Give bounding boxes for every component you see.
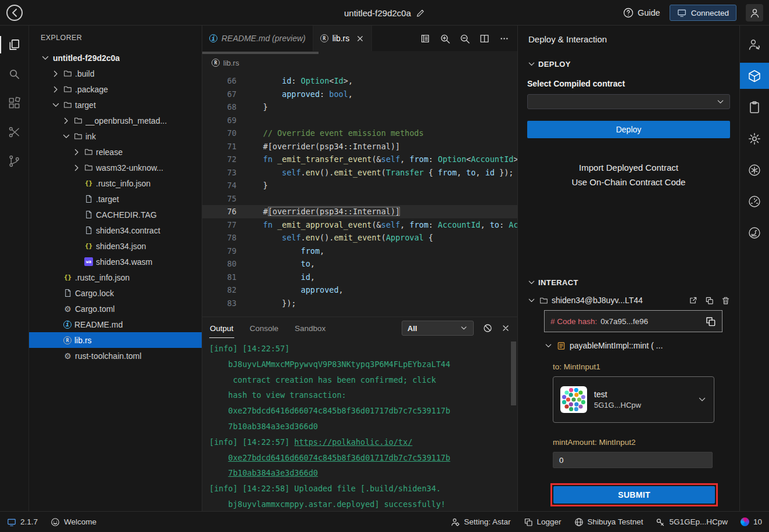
rail-clipboard-button[interactable] xyxy=(740,94,769,120)
log-text: contract creation has been confirmed; cl… xyxy=(209,375,436,384)
tree-item-rustc-info-json[interactable]: .rustc_info.json xyxy=(29,269,202,285)
code-line-66: 66 id: Option<Id>, xyxy=(202,74,517,88)
deploy-button[interactable]: Deploy xyxy=(527,121,730,138)
tree-item-build[interactable]: .build xyxy=(29,66,202,81)
activity-git-branch-button[interactable] xyxy=(0,149,29,173)
tree-item-package[interactable]: .package xyxy=(29,81,202,97)
tree-item-shiden34-json[interactable]: shiden34.json xyxy=(29,238,202,254)
breadcrumb-label: lib.rs xyxy=(223,59,239,67)
line-number: 83 xyxy=(202,297,237,310)
rename-pencil-icon[interactable] xyxy=(416,9,425,17)
log-link[interactable]: https://polkaholic.io/tx/ xyxy=(294,437,412,447)
layout-icon[interactable] xyxy=(420,34,430,44)
status-welcome[interactable]: Welcome xyxy=(51,517,96,527)
deploy-section-header[interactable]: DEPLOY xyxy=(527,57,730,71)
open-external-icon[interactable] xyxy=(689,296,698,305)
tree-item-cargo-lock[interactable]: Cargo.lock xyxy=(29,285,202,301)
code-editor[interactable]: 66 id: Option<Id>,67 approved: bool,68 }… xyxy=(202,71,517,317)
interact-section-header[interactable]: INTERACT xyxy=(527,275,730,289)
tab-readme-preview[interactable]: README.md (preview) xyxy=(202,26,313,51)
file-icon xyxy=(63,289,72,297)
tree-item-untitled-f29d2c0a[interactable]: untitled-f29d2c0a xyxy=(29,50,202,66)
output-scrollbar[interactable] xyxy=(511,342,516,405)
activity-scissors-button[interactable] xyxy=(0,120,29,144)
question-icon xyxy=(623,8,634,18)
rail-bird-button[interactable] xyxy=(740,220,769,246)
copy-icon[interactable] xyxy=(705,316,716,327)
output-tab-console[interactable]: Console xyxy=(249,318,280,338)
tree-item-rustc-info-json[interactable]: .rustc_info.json xyxy=(29,175,202,191)
connected-button[interactable]: Connected xyxy=(670,5,736,21)
tree-item-target[interactable]: .target xyxy=(29,191,202,207)
output-tab-sandbox[interactable]: Sandbox xyxy=(294,318,326,338)
tree-item-target[interactable]: target xyxy=(29,97,202,113)
tree-item-rust-toolchain-toml[interactable]: rust-toolchain.toml xyxy=(29,348,202,364)
copy-icon[interactable] xyxy=(705,296,714,305)
output-actions xyxy=(483,323,510,333)
compiled-contract-select[interactable] xyxy=(527,94,730,109)
editor-area: README.md (preview) lib.rs lib.rs 66 id:… xyxy=(202,26,517,511)
activity-extensions-button[interactable] xyxy=(0,91,29,115)
status-2-1-7[interactable]: 2.1.7 xyxy=(7,517,38,527)
editor-actions xyxy=(420,26,517,51)
guide-button[interactable]: Guide xyxy=(623,8,660,18)
output-filter-select[interactable]: All xyxy=(402,321,474,336)
tree-item-cargo-toml[interactable]: Cargo.toml xyxy=(29,301,202,317)
submit-button[interactable]: SUBMIT xyxy=(553,486,715,504)
account-avatar-button[interactable] xyxy=(746,4,763,21)
activity-search-button[interactable] xyxy=(0,62,29,86)
ai-circle-icon xyxy=(747,163,761,177)
status-shibuya-testnet[interactable]: Shibuya Testnet xyxy=(574,517,643,527)
log-line: hash to view transaction: xyxy=(209,387,517,403)
tree-item-openbrush-metad[interactable]: __openbrush_metad... xyxy=(29,113,202,128)
code-content: to, xyxy=(244,257,315,271)
breadcrumb[interactable]: lib.rs xyxy=(202,55,517,71)
tree-item-shiden34-wasm[interactable]: shiden34.wasm xyxy=(29,254,202,269)
clear-icon[interactable] xyxy=(483,323,492,333)
activity-files-button[interactable] xyxy=(0,33,29,57)
panel-title: Deploy & Interaction xyxy=(518,26,739,52)
close-icon[interactable] xyxy=(501,323,510,333)
zoom-in-icon[interactable] xyxy=(440,34,450,44)
line-number: 70 xyxy=(202,127,237,140)
tree-item-shiden34-contract[interactable]: shiden34.contract xyxy=(29,222,202,238)
tree-item-ink[interactable]: ink xyxy=(29,128,202,144)
rail-ai-circle-button[interactable] xyxy=(740,157,769,183)
import-deployed-contract-link[interactable]: Import Deployed Contract xyxy=(527,163,730,172)
tree-item-cachedir-tag[interactable]: CACHEDIR.TAG xyxy=(29,207,202,222)
chevron-right-icon xyxy=(51,69,60,78)
rail-gear-button[interactable] xyxy=(740,125,769,152)
tab-scrollbar[interactable] xyxy=(202,52,319,54)
use-onchain-code-link[interactable]: Use On-Chain Contract Code xyxy=(527,177,730,187)
tree-item-release[interactable]: release xyxy=(29,144,202,160)
chevron-right-icon xyxy=(72,148,81,157)
code-line-69: 69 xyxy=(202,114,517,127)
log-link[interactable]: 0xe27bdcd6416d66074c845b8f36d01717db7c7c… xyxy=(228,453,450,462)
mint-method-row[interactable]: payableMintImpl::mint ( ... xyxy=(544,338,730,353)
close-icon[interactable] xyxy=(356,34,364,43)
code-line-78: 78 self.env().emit_event(Approval { xyxy=(202,231,517,245)
rail-gauge-button[interactable] xyxy=(740,188,769,214)
status-setting-astar[interactable]: Setting: Astar xyxy=(450,517,510,527)
tab-lib-rs[interactable]: lib.rs xyxy=(313,26,373,51)
tree-item-lib-rs[interactable]: lib.rs xyxy=(29,332,202,348)
mint-amount-input[interactable] xyxy=(553,452,713,468)
rail-deploy-box-button[interactable] xyxy=(740,63,769,89)
split-editor-icon[interactable] xyxy=(480,34,489,44)
status-logger[interactable]: Logger xyxy=(524,517,561,527)
output-tab-output[interactable]: Output xyxy=(209,318,234,338)
more-icon[interactable] xyxy=(499,34,509,44)
code-line-75: 75 xyxy=(202,192,517,206)
status-10[interactable]: 10 xyxy=(741,517,762,526)
tree-item-wasm32-unknow[interactable]: wasm32-unknow... xyxy=(29,160,202,175)
trash-icon[interactable] xyxy=(721,296,730,305)
tree-item-label: Cargo.toml xyxy=(75,304,115,314)
log-link[interactable]: 7b10ab384a3e3d366d0 xyxy=(228,468,318,477)
tree-item-readme-md[interactable]: README.md xyxy=(29,317,202,332)
contract-instance-row[interactable]: shiden34@bJ8uyv...LT44 xyxy=(527,293,730,308)
zoom-out-icon[interactable] xyxy=(460,34,470,44)
chevron-down-icon xyxy=(527,278,536,287)
status-5g1gep-hcpw[interactable]: 5G1GEp...HCpw xyxy=(656,517,728,527)
account-select[interactable]: test 5G1G...HCpw xyxy=(553,376,714,423)
rail-account-tools-button[interactable] xyxy=(740,31,769,57)
